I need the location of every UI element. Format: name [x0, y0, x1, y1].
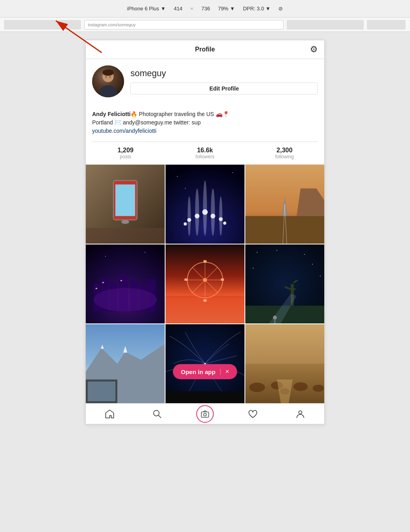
- dpr-selector[interactable]: DPR: 3.0 ▼: [243, 6, 270, 12]
- svg-point-86: [249, 383, 265, 392]
- svg-point-28: [185, 188, 186, 189]
- svg-point-43: [94, 288, 157, 311]
- banner-divider: [220, 368, 221, 375]
- svg-point-47: [105, 256, 106, 257]
- bio-line2: Portland ✉️ andy@someguy.me twitter: sup: [92, 118, 318, 127]
- svg-point-26: [177, 176, 178, 177]
- svg-rect-60: [221, 278, 224, 281]
- svg-rect-57: [203, 260, 207, 263]
- phone-frame: Profile ⚙: [85, 40, 325, 424]
- photo-cell-7[interactable]: [86, 324, 165, 403]
- edit-profile-button[interactable]: Edit Profile: [130, 83, 318, 95]
- svg-point-22: [187, 218, 191, 222]
- zoom-selector[interactable]: 79% ▼: [218, 6, 235, 12]
- svg-rect-58: [203, 299, 207, 302]
- open-in-app-banner[interactable]: Open in app ×: [173, 364, 237, 379]
- svg-point-24: [184, 223, 187, 226]
- profile-right: someguy Edit Profile: [130, 68, 318, 95]
- svg-rect-12: [86, 228, 165, 244]
- nav-heart-button[interactable]: [244, 405, 262, 423]
- svg-point-93: [154, 410, 159, 416]
- stat-posts[interactable]: 1,209 posts: [86, 147, 165, 160]
- browser-address-bar: instagram.com/someguy: [0, 18, 410, 32]
- svg-point-88: [294, 382, 308, 391]
- profile-info-section: someguy Edit Profile: [86, 59, 324, 110]
- search-icon: [152, 409, 162, 419]
- settings-icon[interactable]: ⚙: [310, 44, 318, 55]
- stats-row: 1,209 posts 16.6k followers 2,300 follow…: [86, 142, 324, 165]
- rotate-icon[interactable]: ⊘: [278, 6, 283, 12]
- svg-point-25: [223, 222, 227, 225]
- svg-rect-45: [102, 282, 104, 283]
- open-in-app-label: Open in app: [181, 368, 215, 375]
- tab-menu: [367, 20, 406, 30]
- svg-point-15: [203, 181, 207, 236]
- svg-point-66: [253, 268, 254, 268]
- camera-circle-highlight: [196, 405, 214, 423]
- photo-cell-4[interactable]: [86, 244, 165, 323]
- stat-following[interactable]: 2,300 following: [245, 147, 324, 160]
- svg-point-89: [313, 384, 324, 392]
- svg-point-16: [211, 188, 215, 236]
- svg-rect-84: [166, 391, 244, 403]
- page-title: Profile: [195, 46, 215, 53]
- svg-point-97: [299, 411, 302, 414]
- svg-point-65: [312, 264, 313, 265]
- camera-icon: [201, 410, 209, 418]
- svg-point-11: [121, 220, 129, 224]
- svg-rect-81: [88, 382, 115, 402]
- stat-followers[interactable]: 16.6k followers: [165, 147, 244, 160]
- home-icon: [104, 409, 115, 419]
- svg-point-27: [232, 172, 233, 173]
- photo-cell-6[interactable]: [245, 244, 324, 323]
- svg-point-19: [195, 214, 199, 219]
- svg-rect-32: [245, 216, 324, 244]
- photo-cell-9[interactable]: [245, 324, 324, 403]
- photo-cell-2[interactable]: [166, 165, 244, 244]
- svg-point-14: [195, 188, 199, 236]
- svg-point-21: [211, 214, 215, 219]
- svg-point-96: [204, 413, 207, 416]
- photo-cell-3[interactable]: [245, 165, 324, 244]
- photo-cell-5[interactable]: [166, 244, 244, 323]
- address-bar[interactable]: instagram.com/someguy: [84, 20, 284, 30]
- bottom-navigation: [86, 403, 324, 424]
- svg-point-64: [304, 254, 305, 255]
- photo-cell-8[interactable]: [166, 324, 244, 403]
- nav-search-button[interactable]: [148, 405, 166, 423]
- svg-rect-92: [245, 324, 324, 364]
- svg-rect-46: [120, 280, 122, 281]
- svg-point-48: [145, 252, 146, 253]
- avatar: [92, 65, 124, 97]
- svg-rect-44: [96, 288, 97, 289]
- avatar-image: [92, 65, 124, 97]
- svg-point-63: [276, 250, 277, 251]
- svg-point-67: [320, 276, 321, 276]
- svg-point-20: [202, 209, 208, 215]
- close-banner-button[interactable]: ×: [225, 368, 229, 375]
- svg-point-4: [102, 69, 114, 76]
- svg-point-62: [257, 252, 258, 253]
- profile-top-row: someguy Edit Profile: [92, 65, 318, 97]
- bio-link[interactable]: youtube.com/andyfeliciotti: [92, 128, 156, 134]
- svg-rect-95: [201, 412, 209, 417]
- svg-point-74: [273, 315, 277, 319]
- svg-rect-10: [115, 185, 135, 216]
- profile-header: Profile ⚙: [86, 40, 324, 59]
- svg-point-7: [109, 76, 111, 78]
- photo-grid: Open in app ×: [86, 165, 324, 403]
- photo-cell-1[interactable]: [86, 165, 165, 244]
- heart-icon: [248, 409, 258, 419]
- device-selector[interactable]: iPhone 6 Plus ▼: [127, 6, 166, 12]
- nav-home-button[interactable]: [101, 405, 118, 423]
- svg-rect-59: [185, 278, 188, 281]
- nav-profile-button[interactable]: [292, 405, 309, 423]
- svg-line-94: [159, 415, 162, 418]
- profile-bio: Andy Feliciotti🔥 Photographer traveling …: [86, 110, 324, 142]
- svg-point-6: [105, 76, 107, 78]
- person-icon: [295, 409, 306, 419]
- bio-name-line: Andy Feliciotti🔥 Photographer traveling …: [92, 110, 318, 118]
- svg-point-17: [187, 196, 191, 236]
- nav-camera-button[interactable]: [196, 405, 214, 423]
- username-display: someguy: [130, 68, 318, 79]
